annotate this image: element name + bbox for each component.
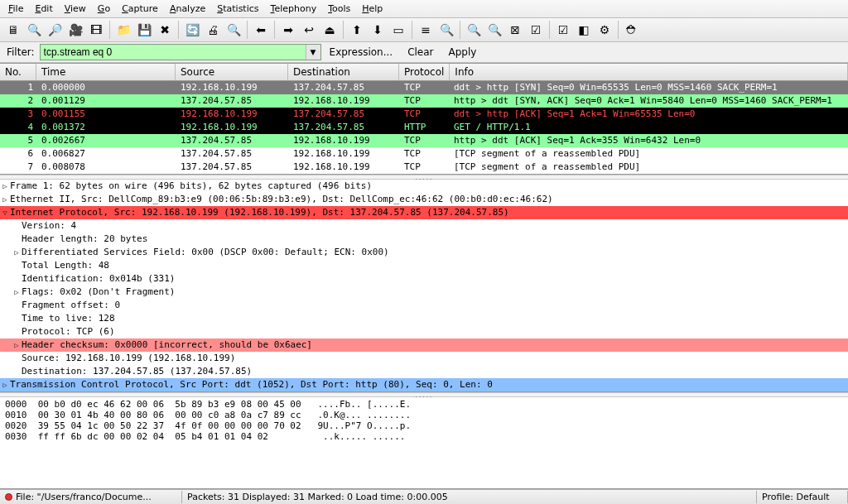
col-header-time[interactable]: Time <box>36 64 176 80</box>
packet-row[interactable]: 60.006827137.204.57.85192.168.10.199TCP[… <box>0 147 848 161</box>
toolbar-button-21[interactable]: 🔍 <box>484 20 504 40</box>
toolbar-button-4[interactable]: 🎞 <box>86 20 106 40</box>
toolbar-button-17[interactable]: ▭ <box>388 20 408 40</box>
tree-twisty-icon[interactable]: ▷ <box>12 286 22 299</box>
cell-time: 0.000000 <box>36 81 176 94</box>
tree-node[interactable]: ▷Differentiated Services Field: 0x00 (DS… <box>0 246 848 259</box>
menu-item-telephony[interactable]: Telephony <box>266 2 322 16</box>
toolbar-button-5[interactable]: 📁 <box>113 20 133 40</box>
col-header-source[interactable]: Source <box>176 64 288 80</box>
toolbar-button-15[interactable]: ⬆ <box>347 20 367 40</box>
col-header-no[interactable]: No. <box>0 64 36 80</box>
toolbar-button-9[interactable]: 🖨 <box>203 20 223 40</box>
tree-node[interactable]: ▷Ethernet II, Src: DellComp_89:b3:e9 (00… <box>0 193 848 206</box>
tree-node[interactable]: Fragment offset: 0 <box>0 299 848 312</box>
tree-node[interactable]: Destination: 137.204.57.85 (137.204.57.8… <box>0 365 848 378</box>
toolbar-button-13[interactable]: ↩ <box>299 20 319 40</box>
tree-node[interactable]: Source: 192.168.10.199 (192.168.10.199) <box>0 352 848 365</box>
filter-apply-button[interactable]: Apply <box>442 45 484 60</box>
tree-twisty-icon[interactable]: ▽ <box>0 206 10 219</box>
cell-destination: 137.204.57.85 <box>288 121 399 134</box>
filter-input[interactable] <box>41 45 306 60</box>
tree-twisty-icon[interactable]: ▷ <box>12 246 22 259</box>
status-file: File: "/Users/franco/Docume... <box>0 491 182 503</box>
cell-source: 137.204.57.85 <box>176 147 288 161</box>
col-header-destination[interactable]: Destination <box>288 64 399 80</box>
expert-info-icon[interactable] <box>5 493 12 501</box>
toolbar-button-11[interactable]: ⬅ <box>251 20 271 40</box>
cell-protocol: HTTP <box>399 121 449 134</box>
toolbar-button-1[interactable]: 🔍 <box>24 20 44 40</box>
tree-node-text: Header checksum: 0x0000 [incorrect, shou… <box>22 338 312 352</box>
filter-expression-button[interactable]: Expression... <box>323 45 400 60</box>
menu-item-edit[interactable]: Edit <box>30 2 57 16</box>
filter-label: Filter: <box>3 46 38 58</box>
status-packets: Packets: 31 Displayed: 31 Marked: 0 Load… <box>182 491 757 503</box>
menu-item-help[interactable]: Help <box>357 2 388 16</box>
tree-twisty-icon[interactable]: ▷ <box>0 193 10 206</box>
menu-item-view[interactable]: View <box>60 2 91 16</box>
cell-destination: 192.168.10.199 <box>288 147 399 161</box>
toolbar-button-6[interactable]: 💾 <box>134 20 154 40</box>
packet-row[interactable]: 20.001129137.204.57.85192.168.10.199TCPh… <box>0 94 848 108</box>
tree-twisty-icon[interactable]: ▷ <box>12 338 22 352</box>
toolbar-button-7[interactable]: ✖ <box>155 20 175 40</box>
toolbar-button-20[interactable]: 🔍 <box>464 20 484 40</box>
menu-item-tools[interactable]: Tools <box>323 2 355 16</box>
tree-node[interactable]: Version: 4 <box>0 219 848 233</box>
cell-time: 0.006827 <box>36 147 176 161</box>
cell-info: http > ddt [SYN, ACK] Seq=0 Ack=1 Win=58… <box>449 94 848 108</box>
toolbar-button-18[interactable]: ≡ <box>416 20 436 40</box>
tree-node-text: Destination: 137.204.57.85 (137.204.57.8… <box>22 365 252 378</box>
toolbar-button-25[interactable]: ◧ <box>574 20 594 40</box>
toolbar-button-10[interactable]: 🔍 <box>224 20 243 40</box>
menu-item-statistics[interactable]: Statistics <box>212 2 263 16</box>
cell-protocol: TCP <box>399 134 449 147</box>
toolbar-button-3[interactable]: 🎥 <box>65 20 85 40</box>
tree-twisty-icon[interactable]: ▷ <box>0 378 10 391</box>
tree-node[interactable]: Time to live: 128 <box>0 312 848 325</box>
packet-row[interactable]: 30.001155192.168.10.199137.204.57.85TCPd… <box>0 108 848 121</box>
tree-node[interactable]: Protocol: TCP (6) <box>0 325 848 338</box>
menu-item-analyze[interactable]: Analyze <box>165 2 210 16</box>
toolbar-button-0[interactable]: 🖥 <box>3 20 23 40</box>
tree-node[interactable]: Header length: 20 bytes <box>0 233 848 246</box>
tree-node[interactable]: ▷Frame 1: 62 bytes on wire (496 bits), 6… <box>0 180 848 193</box>
toolbar-button-24[interactable]: ☑ <box>553 20 573 40</box>
status-profile[interactable]: Profile: Default <box>757 491 848 503</box>
col-header-protocol[interactable]: Protocol <box>399 64 450 80</box>
packet-row[interactable]: 50.002667137.204.57.85192.168.10.199TCPh… <box>0 134 848 147</box>
col-header-info[interactable]: Info <box>450 64 848 80</box>
menu-item-go[interactable]: Go <box>93 2 115 16</box>
tree-node[interactable]: ▽Internet Protocol, Src: 192.168.10.199 … <box>0 206 848 219</box>
filter-clear-button[interactable]: Clear <box>401 45 440 60</box>
toolbar-button-22[interactable]: ⊠ <box>505 20 525 40</box>
packet-row[interactable]: 70.008078137.204.57.85192.168.10.199TCP[… <box>0 161 848 174</box>
tree-node[interactable]: ▷Header checksum: 0x0000 [incorrect, sho… <box>0 338 848 352</box>
tree-node[interactable]: ▷Transmission Control Protocol, Src Port… <box>0 378 848 391</box>
filter-dropdown[interactable]: ▼ <box>306 45 320 60</box>
toolbar-button-26[interactable]: ⚙ <box>595 20 614 40</box>
toolbar-button-12[interactable]: ➡ <box>278 20 298 40</box>
cell-time: 0.008078 <box>36 161 176 174</box>
tree-twisty-icon[interactable]: ▷ <box>0 180 10 193</box>
toolbar-separator <box>178 21 179 39</box>
packet-row[interactable]: 10.000000192.168.10.199137.204.57.85TCPd… <box>0 81 848 94</box>
toolbar-button-27[interactable]: ⛑ <box>622 20 642 40</box>
toolbar-button-8[interactable]: 🔄 <box>182 20 202 40</box>
toolbar-button-2[interactable]: 🔎 <box>45 20 65 40</box>
packet-row[interactable]: 40.001372192.168.10.199137.204.57.85HTTP… <box>0 121 848 134</box>
toolbar-button-16[interactable]: ⬇ <box>368 20 388 40</box>
toolbar: 🖥🔍🔎🎥🎞📁💾✖🔄🖨🔍⬅➡↩⏏⬆⬇▭≡🔍🔍🔍⊠☑☑◧⚙⛑ <box>0 18 848 42</box>
toolbar-button-23[interactable]: ☑ <box>526 20 546 40</box>
menu-item-capture[interactable]: Capture <box>117 2 163 16</box>
tree-node[interactable]: Identification: 0x014b (331) <box>0 272 848 286</box>
tree-node[interactable]: Total Length: 48 <box>0 259 848 272</box>
tree-node-text: Transmission Control Protocol, Src Port:… <box>10 378 493 391</box>
tree-node-text: Header length: 20 bytes <box>22 233 147 246</box>
tree-node-text: Identification: 0x014b (331) <box>22 272 175 286</box>
toolbar-button-19[interactable]: 🔍 <box>436 20 456 40</box>
menu-item-file[interactable]: File <box>3 2 28 16</box>
tree-node[interactable]: ▷Flags: 0x02 (Don't Fragment) <box>0 286 848 299</box>
toolbar-button-14[interactable]: ⏏ <box>320 20 340 40</box>
